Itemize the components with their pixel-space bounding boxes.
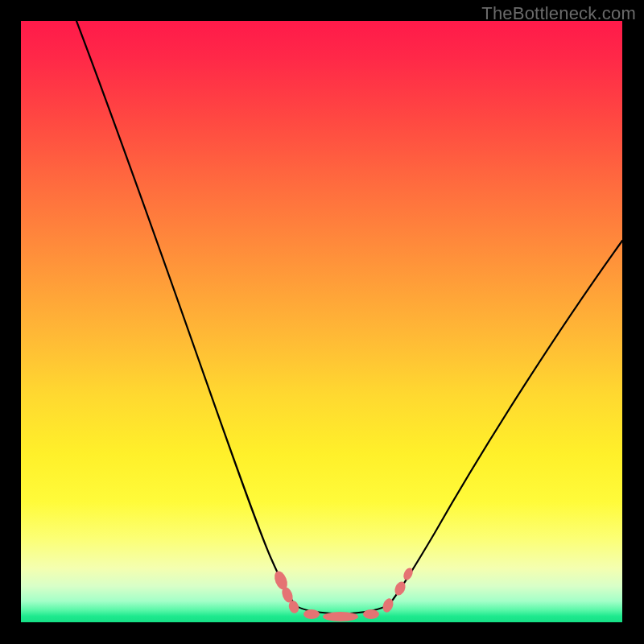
- plot-area: [21, 21, 622, 622]
- marker-dot: [363, 609, 379, 619]
- chart-frame: TheBottleneck.com: [0, 0, 644, 644]
- marker-dot: [323, 612, 358, 621]
- series-left-arm: [76, 21, 295, 605]
- series-group: [76, 21, 622, 613]
- marker-group: [272, 567, 415, 621]
- marker-dot: [303, 609, 320, 619]
- series-right-arm: [390, 241, 622, 604]
- watermark-text: TheBottleneck.com: [481, 3, 636, 24]
- chart-svg: [21, 21, 622, 622]
